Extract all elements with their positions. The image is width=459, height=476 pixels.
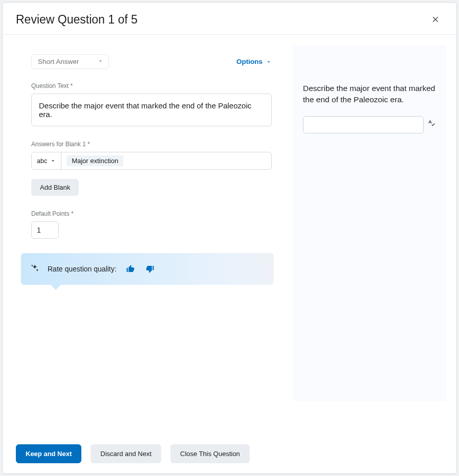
close-this-question-button[interactable]: Close This Question bbox=[170, 444, 250, 463]
modal-title: Review Question 1 of 5 bbox=[16, 13, 138, 27]
thumbs-up-icon bbox=[126, 264, 135, 274]
question-text-label: Question Text * bbox=[31, 82, 272, 89]
close-button[interactable] bbox=[428, 12, 443, 27]
thumbs-down-icon bbox=[145, 264, 155, 274]
editor-pane: Short Answer Options Question Text * Ans… bbox=[3, 35, 293, 437]
answer-tag[interactable]: Major extinction bbox=[67, 155, 123, 166]
spellcheck-icon[interactable] bbox=[428, 120, 436, 129]
modal-footer: Keep and Next Discard and Next Close Thi… bbox=[3, 437, 456, 473]
preview-answer-input[interactable] bbox=[303, 116, 424, 133]
thumbs-down-button[interactable] bbox=[144, 263, 156, 275]
review-question-modal: Review Question 1 of 5 Short Answer Opti… bbox=[2, 2, 457, 474]
modal-header: Review Question 1 of 5 bbox=[3, 3, 456, 35]
answer-mode-select[interactable]: abc bbox=[32, 152, 61, 169]
add-blank-button[interactable]: Add Blank bbox=[31, 179, 79, 196]
default-points-label: Default Points * bbox=[31, 210, 272, 217]
preview-pane: Describe the major event that marked the… bbox=[293, 45, 446, 401]
question-text-input[interactable] bbox=[31, 94, 272, 126]
answer-mode-label: abc bbox=[37, 157, 47, 165]
keep-and-next-button[interactable]: Keep and Next bbox=[16, 444, 81, 463]
sparkle-icon bbox=[30, 263, 39, 275]
options-link-label: Options bbox=[236, 58, 263, 65]
modal-body: Short Answer Options Question Text * Ans… bbox=[3, 35, 456, 437]
options-link[interactable]: Options bbox=[236, 58, 272, 65]
thumbs-up-button[interactable] bbox=[125, 263, 136, 275]
chevron-down-icon bbox=[50, 158, 56, 164]
question-type-select[interactable]: Short Answer bbox=[31, 54, 109, 69]
answers-row: abc Major extinction bbox=[31, 152, 272, 170]
rate-prompt: Rate question quality: bbox=[48, 265, 117, 273]
chevron-down-icon bbox=[266, 59, 272, 65]
chevron-down-icon bbox=[98, 58, 103, 65]
question-type-label: Short Answer bbox=[38, 58, 79, 65]
type-options-row: Short Answer Options bbox=[31, 54, 272, 69]
default-points-input[interactable] bbox=[31, 221, 59, 239]
preview-question-text: Describe the major event that marked the… bbox=[303, 83, 436, 106]
editor-inner: Short Answer Options Question Text * Ans… bbox=[31, 54, 272, 285]
answers-input[interactable]: Major extinction bbox=[61, 152, 271, 169]
preview-input-row bbox=[303, 116, 436, 133]
discard-and-next-button[interactable]: Discard and Next bbox=[91, 444, 161, 463]
rate-quality-box: Rate question quality: bbox=[21, 253, 274, 285]
answers-label: Answers for Blank 1 * bbox=[31, 141, 272, 148]
close-icon bbox=[431, 15, 440, 24]
